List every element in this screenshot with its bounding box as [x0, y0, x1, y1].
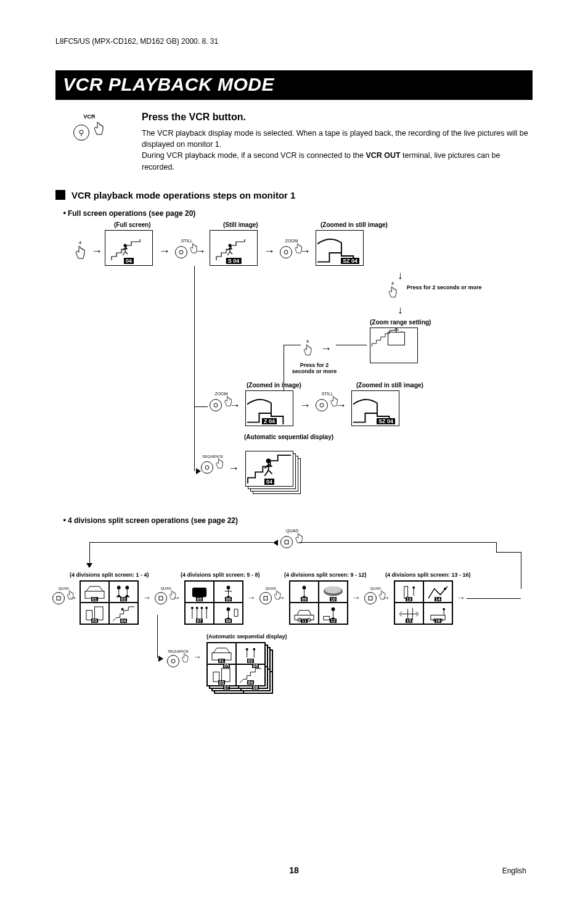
svg-point-38 — [444, 587, 446, 590]
arrow-down-icon: → — [394, 305, 407, 316]
cell-label: 11 — [301, 619, 308, 623]
thumb-label: 04 — [264, 479, 274, 485]
thumb-zoomed-still-2: SZ 04 — [351, 390, 399, 426]
circle-icon — [201, 461, 213, 474]
arrow-right-icon: → — [68, 593, 77, 603]
arrow-right-icon: → — [228, 462, 239, 475]
hand-cursor-icon — [302, 344, 313, 358]
button-still-label: STILL — [175, 239, 198, 243]
svg-rect-48 — [222, 669, 231, 682]
svg-point-37 — [412, 586, 415, 588]
svg-rect-10 — [285, 540, 288, 544]
section-title: VCR playback mode operations steps on mo… — [71, 190, 295, 200]
circle-icon — [175, 246, 187, 258]
button-sequence-2: SEQUENCE — [167, 649, 189, 667]
thumb-zoomed: Z 04 — [245, 390, 293, 426]
svg-point-27 — [303, 586, 306, 590]
svg-point-2 — [124, 244, 127, 247]
arrow-right-icon: → — [457, 593, 465, 603]
section-heading: VCR playback mode operations steps on mo… — [55, 190, 533, 200]
svg-point-25 — [227, 607, 231, 611]
button-4-label: 4 — [387, 281, 398, 286]
caption-zoom-range: (Zoom range setting) — [370, 319, 431, 326]
cell-label: 15 — [406, 619, 413, 623]
quad-thumb-2: 05 06 07 08 — [184, 580, 243, 625]
svg-point-22 — [196, 607, 198, 609]
header-note: L8FC5/US (MPX-CD162, MD162 GB) 2000. 8. … — [55, 37, 533, 46]
fullscreen-flow-diagram: 4 → (Full screen) 04 → STILL → (Still im… — [62, 221, 530, 511]
svg-point-24 — [205, 607, 208, 609]
arrow-right-icon: → — [277, 593, 285, 603]
caption-auto-seq: (Automatic sequential display) — [244, 434, 333, 440]
quad-thumb-4: 13 14 15 16 — [394, 580, 453, 625]
cell-label: 09 — [301, 597, 308, 601]
arrow-right-icon: → — [247, 593, 256, 603]
hand-cursor-icon — [181, 653, 189, 664]
quad-thumb-1: 01 02 03 04 — [80, 580, 139, 625]
svg-point-17 — [121, 607, 124, 610]
arrow-right-icon: → — [172, 593, 181, 603]
svg-point-45 — [246, 648, 248, 650]
intro-line1: The VCR playback display mode is selecte… — [142, 128, 533, 150]
svg-rect-16 — [95, 607, 104, 620]
arrow-right-icon: → — [335, 399, 346, 412]
cell-label: 04 — [247, 680, 255, 685]
note-press2: Press for 2 seconds or more — [407, 284, 482, 291]
cell-label: 02 — [120, 597, 128, 601]
cell-label: 16 — [435, 619, 442, 623]
arrow-right-icon: → — [321, 342, 332, 355]
hand-cursor-icon — [214, 458, 224, 471]
svg-point-13 — [117, 586, 121, 590]
circle-icon — [155, 592, 167, 604]
svg-point-43 — [171, 659, 175, 663]
thumb-zoomed-still: SZ 04 — [316, 230, 364, 266]
cell-label: 07 — [223, 685, 231, 690]
svg-point-9 — [266, 458, 271, 463]
circle-icon — [210, 399, 222, 411]
circle-icon — [364, 592, 377, 604]
svg-point-46 — [253, 648, 255, 650]
svg-point-14 — [125, 586, 129, 590]
intro-text: Press the VCR button. The VCR playback d… — [142, 110, 533, 173]
page-number: 18 — [0, 865, 588, 875]
cell-label: 05 — [223, 664, 231, 668]
cell-label: 06 — [225, 597, 232, 601]
circle-icon — [167, 655, 179, 667]
svg-point-3 — [179, 250, 183, 254]
svg-rect-19 — [192, 587, 206, 596]
svg-point-23 — [200, 607, 203, 609]
button-quad-label: QUAD — [280, 529, 304, 533]
caption-zoomed-still: (Zoomed in still image) — [321, 221, 388, 228]
arrow-right-icon: → — [264, 245, 275, 258]
thumb-label: S 04 — [226, 258, 242, 264]
cell-label: 06 — [252, 664, 259, 668]
page-language: English — [502, 867, 526, 875]
arrow-down-icon: → — [394, 270, 407, 281]
caption-zoomed-still-2: (Zoomed in still image) — [356, 382, 423, 389]
svg-rect-34 — [324, 616, 330, 620]
thumb-label: SZ 04 — [341, 258, 359, 264]
cell-label: 08 — [252, 685, 259, 690]
circle-icon — [280, 246, 292, 258]
arrow-right-icon: → — [91, 245, 102, 258]
caption-still: (Still image) — [223, 221, 258, 228]
arrow-right-icon: → — [142, 593, 151, 603]
arrow-right-icon: → — [300, 245, 311, 258]
arrow-right-icon: → — [229, 399, 240, 412]
svg-point-20 — [227, 586, 231, 590]
cell-label: 03 — [91, 619, 99, 623]
intro-heading: Press the VCR button. — [142, 110, 533, 124]
cell-label: 02 — [247, 659, 255, 663]
cell-label: 12 — [330, 619, 337, 623]
svg-point-6 — [214, 403, 218, 407]
page-title-bar: VCR PLAYBACK MODE — [55, 70, 533, 100]
cell-label: 14 — [435, 597, 442, 601]
button-zoom-label: ZOOM — [210, 392, 233, 396]
thumb-label: 04 — [124, 258, 134, 264]
bullet-4divisions: 4 divisions split screen operations (see… — [63, 516, 533, 525]
hand-cursor-icon — [387, 286, 398, 300]
hand-cursor-icon — [74, 245, 86, 262]
vcr-button-illustration: VCR — [55, 110, 123, 173]
caption-quad3: (4 divisions split screen: 9 - 12) — [284, 572, 367, 578]
svg-point-4 — [229, 244, 232, 247]
